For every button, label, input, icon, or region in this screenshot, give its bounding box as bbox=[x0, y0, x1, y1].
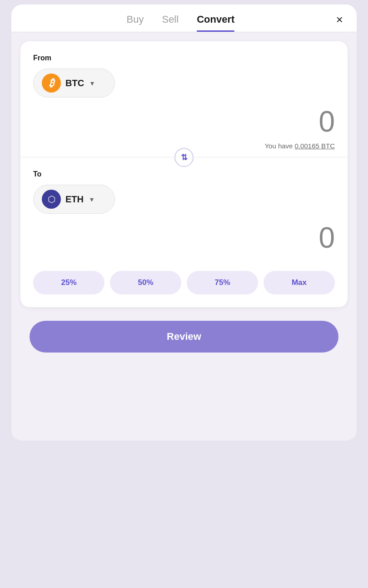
from-label: From bbox=[33, 54, 335, 62]
content-area: From ₿ BTC ▾ 0 You have 0.00165 BTC ⇅ bbox=[11, 32, 357, 441]
pct-25-button[interactable]: 25% bbox=[33, 271, 104, 294]
from-chevron-icon: ▾ bbox=[90, 79, 94, 88]
tab-convert[interactable]: Convert bbox=[197, 14, 234, 32]
tab-buy[interactable]: Buy bbox=[127, 14, 144, 32]
modal-container: Buy Sell Convert × From ₿ BTC ▾ 0 bbox=[11, 5, 357, 441]
to-amount[interactable]: 0 bbox=[33, 214, 335, 258]
from-currency-symbol: BTC bbox=[65, 78, 84, 88]
swap-button[interactable]: ⇅ bbox=[174, 148, 194, 167]
percentage-buttons: 25% 50% 75% Max bbox=[33, 271, 335, 294]
to-section: To ⬡ ETH ▾ 0 bbox=[33, 157, 335, 258]
btc-icon: ₿ bbox=[42, 74, 61, 93]
from-to-divider: ⇅ bbox=[20, 157, 348, 157]
tab-bar: Buy Sell Convert bbox=[25, 14, 336, 32]
review-btn-wrapper: Review bbox=[20, 307, 348, 362]
balance-amount: 0.00165 BTC bbox=[295, 142, 335, 150]
to-label: To bbox=[33, 170, 335, 178]
pct-75-button[interactable]: 75% bbox=[187, 271, 258, 294]
eth-symbol: ⬡ bbox=[48, 194, 55, 205]
tab-sell[interactable]: Sell bbox=[162, 14, 179, 32]
close-button[interactable]: × bbox=[336, 14, 343, 32]
review-button[interactable]: Review bbox=[30, 321, 338, 353]
tab-header: Buy Sell Convert × bbox=[11, 5, 357, 32]
pct-max-button[interactable]: Max bbox=[264, 271, 335, 294]
btc-symbol: ₿ bbox=[49, 77, 54, 89]
to-chevron-icon: ▾ bbox=[90, 195, 94, 204]
to-currency-selector[interactable]: ⬡ ETH ▾ bbox=[33, 185, 115, 214]
balance-text: You have bbox=[264, 142, 293, 150]
eth-icon: ⬡ bbox=[42, 190, 61, 209]
from-currency-selector[interactable]: ₿ BTC ▾ bbox=[33, 69, 115, 98]
pct-50-button[interactable]: 50% bbox=[110, 271, 181, 294]
main-card: From ₿ BTC ▾ 0 You have 0.00165 BTC ⇅ bbox=[20, 41, 348, 307]
from-amount[interactable]: 0 bbox=[33, 98, 335, 142]
swap-arrows-icon: ⇅ bbox=[181, 152, 188, 162]
to-currency-symbol: ETH bbox=[65, 194, 84, 205]
